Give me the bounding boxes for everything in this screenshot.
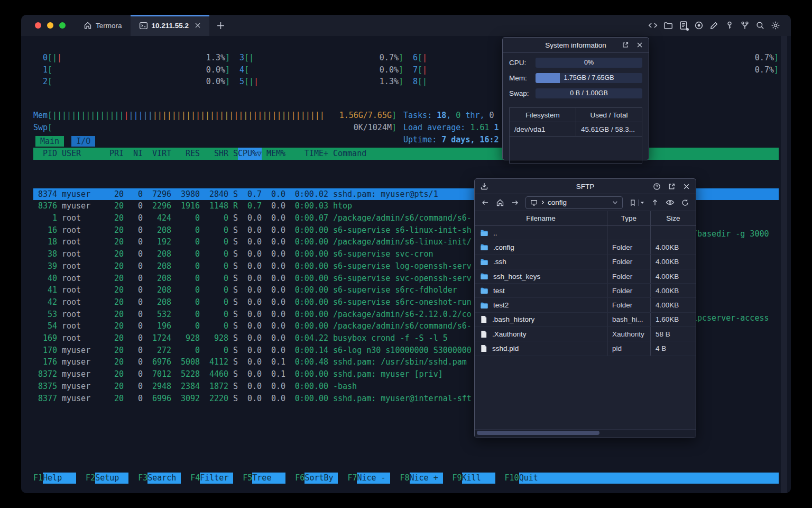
file-row[interactable]: test2 Folder 4.00KB	[475, 298, 696, 312]
file-row[interactable]: sshd.pid pid 4 B	[475, 341, 696, 356]
back-icon[interactable]	[481, 198, 490, 207]
function-key[interactable]: F3Search	[138, 473, 181, 484]
bookmark-icon[interactable]	[629, 199, 636, 206]
forward-icon[interactable]	[511, 198, 519, 207]
titlebar: Termora 10.211.55.2	[21, 15, 791, 36]
open-in-window-icon[interactable]	[622, 41, 629, 49]
terminal-icon	[139, 21, 148, 30]
cpu-meter: 2[0.0%]	[33, 77, 230, 89]
file-row[interactable]: test Folder 4.00KB	[475, 284, 696, 298]
file-row[interactable]: ..	[475, 226, 696, 240]
close-icon[interactable]	[682, 183, 690, 190]
function-key[interactable]: F9Kill	[453, 473, 495, 484]
caret-down-icon[interactable]	[640, 201, 644, 205]
htop-tab-main[interactable]: Main	[35, 136, 64, 147]
record-icon[interactable]	[694, 21, 704, 30]
column-size[interactable]: Size	[651, 211, 696, 225]
function-key-bar: F1Help F2Setup F3Search F4Filter F5Tree …	[33, 473, 779, 484]
tab-home-label: Termora	[96, 22, 122, 30]
filesystem-row[interactable]: /dev/vda1 45.61GB / 58.3...	[510, 122, 642, 137]
resource-meter: CPU: 0%	[509, 57, 642, 68]
column-filename[interactable]: Filename	[475, 211, 607, 225]
file-name: ..	[493, 229, 497, 237]
file-type: bash_hi...	[607, 313, 651, 326]
file-type: Folder	[607, 269, 651, 283]
home-icon[interactable]	[496, 198, 504, 207]
file-row[interactable]: .ssh Folder 4.00KB	[475, 255, 696, 269]
log-icon[interactable]	[679, 21, 688, 30]
sftp-hscrollbar-thumb[interactable]	[477, 431, 599, 435]
file-icon	[480, 315, 487, 323]
function-key[interactable]: F1Help	[33, 473, 76, 484]
function-key[interactable]: F7Nice -	[347, 473, 390, 484]
file-size: 4.00KB	[651, 269, 696, 283]
function-key[interactable]: F4Filter	[190, 473, 233, 484]
file-name: ssh_host_keys	[493, 273, 540, 280]
show-hidden-icon[interactable]	[666, 198, 675, 207]
tab-close-icon[interactable]	[195, 22, 201, 29]
file-name: .ssh	[493, 258, 506, 266]
file-name: sshd.pid	[492, 344, 519, 352]
open-in-window-icon[interactable]	[668, 183, 676, 190]
new-tab-button[interactable]	[209, 15, 232, 36]
file-icon	[480, 330, 487, 338]
close-window-button[interactable]	[35, 22, 41, 29]
file-size: 4 B	[651, 341, 696, 355]
download-icon[interactable]	[480, 182, 488, 190]
edit-icon[interactable]	[709, 21, 719, 30]
file-name: test2	[493, 301, 509, 309]
function-key[interactable]: F5Tree	[243, 473, 285, 484]
refresh-icon[interactable]	[681, 198, 689, 207]
tab-session-label: 10.211.55.2	[152, 22, 189, 30]
search-icon[interactable]	[755, 21, 765, 30]
tab-home[interactable]: Termora	[75, 15, 131, 36]
app-window: Termora 10.211.55.2	[21, 15, 791, 493]
file-type: Xauthority	[607, 327, 651, 341]
terminal-scrollbar[interactable]	[781, 36, 787, 493]
tab-session[interactable]: 10.211.55.2	[131, 15, 210, 36]
load-average-line: Load average: 1.61 1	[403, 123, 499, 132]
htop-tab-io[interactable]: I/O	[71, 136, 95, 147]
cpu-meter: 5[||1.3%]	[230, 77, 403, 89]
zoom-window-button[interactable]	[59, 22, 66, 29]
folder-icon	[480, 229, 488, 237]
chevron-down-icon[interactable]	[612, 199, 618, 205]
path-breadcrumb[interactable]: config	[525, 196, 623, 209]
column-type[interactable]: Type	[607, 211, 651, 225]
close-icon[interactable]	[636, 41, 643, 49]
sftp-file-list: .. .config Folder 4.00KB .ssh Folde	[475, 226, 696, 356]
uptime-line: Uptime: 7 days, 16:2	[403, 135, 499, 144]
minimize-window-button[interactable]	[47, 22, 53, 29]
cpu-meter: 4[0.0%]	[230, 65, 403, 77]
file-row[interactable]: .Xauthority Xauthority 58 B	[475, 327, 696, 341]
key-icon[interactable]	[725, 21, 734, 30]
home-icon	[84, 21, 92, 30]
function-key[interactable]: F10Quit	[505, 473, 779, 484]
cpu-meters: 0[||1.3%] 3[|0.7%] 6[|0.7%] 1[0.0%] 4[0.…	[33, 53, 779, 89]
command-fragment: /basedir -g 3000	[693, 229, 769, 239]
help-icon[interactable]	[653, 183, 661, 190]
file-type: Folder	[607, 240, 651, 254]
folder-icon[interactable]	[663, 21, 673, 30]
column-used-total[interactable]: Used / Total	[576, 108, 642, 122]
file-name: .config	[493, 243, 514, 251]
traffic-lights	[21, 15, 75, 36]
code-icon[interactable]	[648, 21, 658, 30]
folder-icon	[480, 243, 488, 251]
resource-meter: Swap: 0 B / 1.00GB	[509, 88, 642, 98]
column-filesystem[interactable]: Filesystem	[510, 108, 576, 122]
process-table-header[interactable]: PIDUSERPRINIVIRTRESSHRSCPU%▽MEM%TIME+Com…	[33, 148, 779, 160]
file-row[interactable]: .bash_history bash_hi... 1.60KB	[475, 313, 696, 327]
filesystem-table: Filesystem Used / Total /dev/vda1 45.61G…	[509, 107, 642, 164]
file-row[interactable]: ssh_host_keys Folder 4.00KB	[475, 269, 696, 284]
function-key[interactable]: F8Nice +	[400, 473, 442, 484]
cpu-meter: 1[0.0%]	[33, 65, 230, 77]
settings-icon[interactable]	[771, 21, 780, 30]
function-key[interactable]: F2Setup	[86, 473, 128, 484]
folder-icon	[480, 301, 488, 310]
up-directory-icon[interactable]	[651, 198, 659, 207]
command-fragment: ipcserver-access	[693, 313, 769, 323]
keychain-icon[interactable]	[740, 21, 750, 30]
function-key[interactable]: F6SortBy	[295, 473, 338, 484]
file-row[interactable]: .config Folder 4.00KB	[475, 240, 696, 255]
